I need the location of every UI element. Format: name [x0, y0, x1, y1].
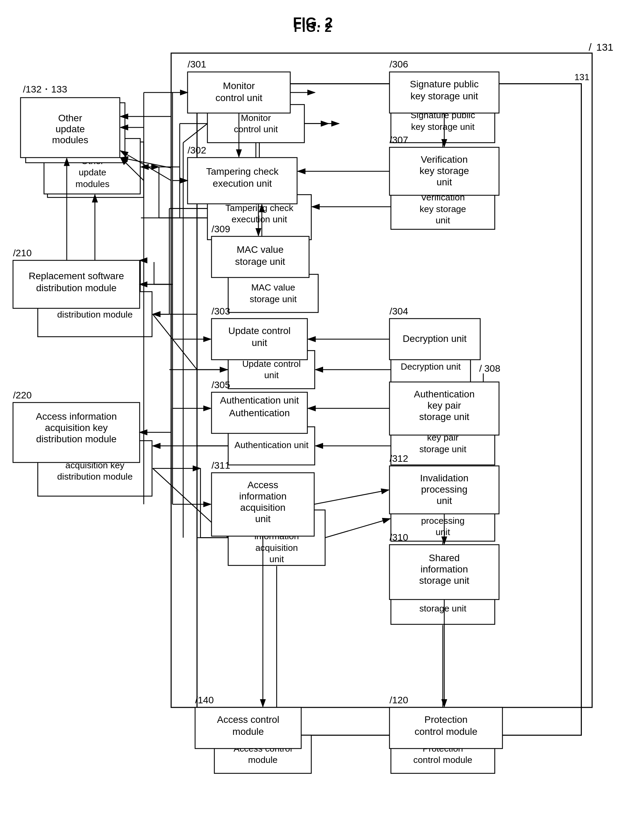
mac-t2: storage unit [235, 256, 285, 267]
conn-tamper-other-modules [121, 158, 144, 181]
access-acq-t4: unit [255, 513, 271, 524]
ref-131-slash: / [589, 41, 592, 53]
shared-t3: storage unit [419, 575, 470, 586]
invalid-t3: unit [437, 495, 452, 506]
conn-acq-invalid [314, 490, 389, 504]
tamper-t1: Tampering check [206, 166, 279, 177]
tamper-t2: execution unit [213, 178, 272, 189]
monitor-t1: Monitor [223, 80, 255, 91]
sig-t2: key storage unit [410, 91, 478, 101]
access-key-t1: Access information [36, 411, 117, 422]
auth-keypair-t3: storage unit [419, 411, 470, 422]
update-ctrl-t1: Update control [228, 325, 291, 336]
other-mod-t3: modules [52, 135, 88, 145]
protect-ctrl-t2: control module [415, 726, 477, 737]
ref-210: /210 [13, 248, 32, 258]
ref-308-slash: / [479, 363, 482, 374]
ref-310: /310 [390, 532, 408, 543]
ref-307: /307 [390, 135, 408, 145]
ref-311: /311 [211, 460, 230, 471]
figure-title-text: FIG. 2 [293, 14, 333, 30]
access-key-t3: distribution module [36, 434, 116, 444]
sig-t1: Signature public [410, 79, 479, 89]
ref-132-133: /132・133 [23, 84, 67, 94]
monitor-t2: control unit [216, 93, 263, 103]
access-acq-t2: information [239, 491, 287, 501]
verify-t1: Verification [421, 154, 468, 165]
access-key-t2: acquisition key [45, 422, 108, 433]
ref-308: 308 [484, 363, 501, 374]
ref-312: /312 [390, 453, 408, 464]
protect-ctrl-t1: Protection [424, 714, 468, 725]
ref-302: /302 [188, 145, 207, 155]
outer-rect-131 [171, 53, 592, 707]
other-mod-t2: update [55, 124, 85, 134]
shared-t1: Shared [429, 553, 460, 563]
verify-t3: unit [437, 177, 452, 187]
ref-304: /304 [390, 306, 408, 317]
decrypt-t1: Decryption unit [403, 333, 467, 344]
ref-305: /305 [211, 380, 230, 390]
access-ctrl-t2: module [232, 726, 264, 737]
ref-220: /220 [13, 390, 32, 400]
ref-309: /309 [211, 224, 230, 234]
access-ctrl-t1: Access control [217, 714, 279, 725]
auth-keypair-t1: Authentication [414, 389, 474, 399]
auth-t1: Authentication [229, 408, 290, 418]
ref-301: /301 [188, 59, 207, 69]
conn-tamper-other1 [121, 158, 171, 168]
access-acq-t3: acquisition [240, 502, 285, 513]
verify-t2: key storage [419, 165, 469, 176]
ref-131-label: 131 [596, 41, 613, 53]
ref-306: /306 [390, 59, 408, 69]
replacement-t2: distribution module [36, 283, 116, 293]
mac-t1: MAC value [237, 244, 284, 255]
auth-t2: Authentication unit [220, 395, 299, 406]
other-mod-t1: Other [58, 113, 82, 123]
auth-keypair-t2: key pair [427, 400, 461, 411]
ref-303: /303 [211, 306, 230, 317]
replacement-t1: Replacement software [29, 271, 124, 281]
invalid-t2: processing [421, 484, 467, 495]
access-acq-t1: Access [247, 480, 278, 490]
shared-t2: information [421, 564, 468, 575]
ref-120: /120 [390, 695, 408, 705]
update-ctrl-t2: unit [252, 338, 267, 348]
ref-140: /140 [195, 695, 214, 705]
invalid-t1: Invalidation [420, 473, 469, 484]
